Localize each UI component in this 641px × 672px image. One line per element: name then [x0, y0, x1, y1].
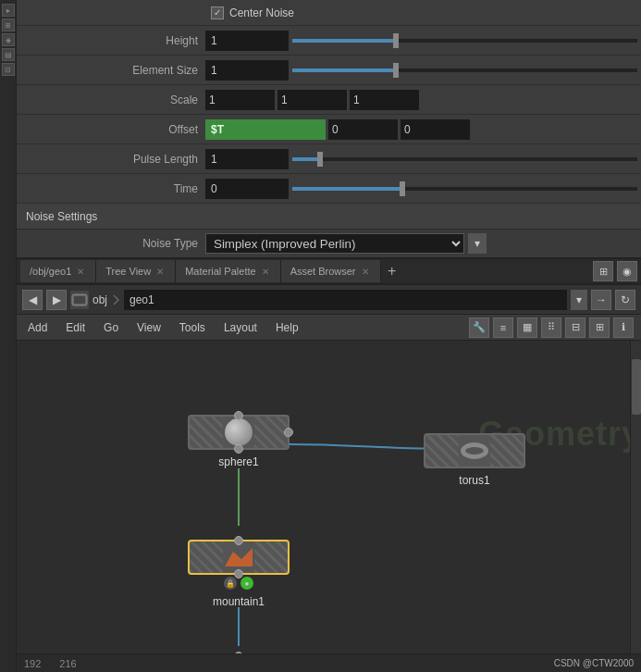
menu-add[interactable]: Add — [24, 319, 51, 336]
element-size-input[interactable] — [205, 60, 289, 81]
sphere-icon — [225, 418, 253, 446]
node-torus1[interactable]: torus1 — [424, 433, 525, 487]
tab-material-palette-close[interactable]: ✕ — [260, 266, 271, 277]
scale-label: Scale — [20, 93, 205, 106]
offset-y-input[interactable] — [328, 119, 398, 140]
status-coord1: 192 — [24, 658, 41, 669]
tab-add-button[interactable]: + — [381, 260, 403, 282]
tab-tree-view-close[interactable]: ✕ — [154, 266, 166, 277]
center-noise-checkbox[interactable]: ✓ — [211, 6, 224, 19]
network-wires — [17, 341, 641, 672]
menu-icon-layout[interactable]: ⊞ — [589, 317, 610, 338]
offset-t-input[interactable] — [205, 119, 326, 140]
height-input[interactable] — [205, 31, 289, 51]
left-sidebar: ▸ ⊞ ◈ ▤ ⊡ — [0, 0, 17, 672]
node-stripe-sphere1 — [190, 417, 288, 448]
network-canvas[interactable]: Geometry — [17, 341, 641, 672]
sidebar-btn-1[interactable]: ▸ — [2, 4, 15, 17]
path-dropdown-btn[interactable]: ▾ — [571, 290, 587, 310]
flag-lock: 🔒 — [224, 577, 237, 590]
node-label-torus1: torus1 — [459, 474, 489, 487]
sidebar-btn-2[interactable]: ⊞ — [2, 19, 15, 31]
menu-help[interactable]: Help — [272, 319, 302, 336]
tab-obj-geo1-close[interactable]: ✕ — [75, 266, 86, 277]
node-label-sphere1: sphere1 — [218, 455, 258, 468]
mountain-icon — [225, 548, 253, 566]
element-size-slider[interactable] — [292, 68, 637, 72]
noise-dropdown-arrow[interactable]: ▾ — [468, 233, 487, 254]
node-body-torus1[interactable] — [424, 433, 525, 468]
node-dot-sphere1-right[interactable] — [284, 428, 293, 437]
svg-rect-1 — [74, 296, 85, 304]
offset-z-input[interactable] — [401, 119, 470, 140]
time-slider[interactable] — [292, 187, 637, 191]
element-size-row: Element Size — [17, 56, 641, 85]
noise-type-select[interactable]: Simplex (Improved Perlin) Perlin Sparse … — [205, 233, 464, 254]
tab-icon-grid[interactable]: ⊞ — [593, 261, 613, 281]
scale-z-input[interactable] — [350, 90, 419, 110]
node-dot-sphere1-top[interactable] — [234, 411, 243, 420]
menu-tools[interactable]: Tools — [176, 319, 209, 336]
obj-label: obj — [92, 293, 107, 306]
menu-icon-rows[interactable]: ≡ — [493, 317, 513, 338]
flag-active: ● — [240, 577, 253, 590]
tab-asset-browser-close[interactable]: ✕ — [360, 266, 371, 277]
pulse-length-row: Pulse Length — [17, 144, 641, 174]
scrollbar-thumb[interactable] — [632, 359, 641, 415]
node-dot-mountain1-top[interactable] — [234, 536, 243, 545]
height-slider[interactable] — [292, 39, 637, 43]
sidebar-btn-4[interactable]: ▤ — [2, 48, 15, 61]
node-body-sphere1[interactable] — [188, 415, 290, 450]
tab-asset-browser[interactable]: Asset Browser ✕ — [281, 260, 381, 282]
sidebar-btn-5[interactable]: ⊡ — [2, 63, 15, 76]
menu-view[interactable]: View — [133, 319, 165, 336]
noise-type-row: Noise Type Simplex (Improved Perlin) Per… — [17, 230, 641, 257]
forward-button[interactable]: ▶ — [46, 290, 67, 310]
tab-icon-circle[interactable]: ◉ — [617, 261, 637, 281]
pulse-length-input[interactable] — [205, 149, 289, 169]
menu-edit[interactable]: Edit — [62, 319, 89, 336]
csdn-label: CSDN @CTW2000 — [554, 658, 634, 668]
menu-go[interactable]: Go — [100, 319, 122, 336]
path-nav-btn[interactable]: → — [591, 290, 611, 310]
element-size-label: Element Size — [20, 64, 205, 77]
menu-bar: Add Edit Go View Tools Layout Help 🔧 ≡ ▦… — [17, 315, 641, 341]
back-button[interactable]: ◀ — [22, 290, 43, 310]
node-body-mountain1[interactable] — [188, 540, 290, 575]
right-scrollbar[interactable] — [630, 341, 641, 672]
node-dot-sphere1-bottom[interactable] — [234, 444, 243, 454]
node-sphere1[interactable]: sphere1 — [188, 415, 290, 468]
menu-icon-wrench[interactable]: 🔧 — [469, 317, 489, 338]
path-input[interactable] — [124, 290, 567, 310]
tab-icons: ⊞ ◉ — [593, 261, 637, 281]
height-row: Height — [17, 26, 641, 56]
scale-x-input[interactable] — [205, 90, 275, 110]
node-dot-mountain1-bottom[interactable] — [234, 569, 243, 579]
path-separator — [111, 294, 120, 305]
node-mountain1[interactable]: 🔒 ● mountain1 — [188, 540, 290, 608]
scale-row: Scale — [17, 85, 641, 115]
scale-y-input[interactable] — [277, 90, 347, 110]
menu-icon-grid2[interactable]: ▦ — [517, 317, 537, 338]
offset-label: Offset — [20, 123, 205, 136]
tab-tree-view[interactable]: Tree View ✕ — [96, 260, 176, 282]
tab-material-palette[interactable]: Material Palette ✕ — [176, 260, 280, 282]
time-row: Time — [17, 174, 641, 204]
menu-icon-table[interactable]: ⊟ — [565, 317, 586, 338]
node-stripe-torus1 — [425, 435, 524, 467]
pulse-length-slider[interactable] — [292, 157, 637, 161]
path-reload-btn[interactable]: ↻ — [615, 290, 635, 310]
tab-obj-geo1[interactable]: /obj/geo1 ✕ — [20, 260, 96, 282]
tabs-bar: /obj/geo1 ✕ Tree View ✕ Material Palette… — [17, 259, 641, 285]
offset-row: Offset — [17, 115, 641, 144]
time-input[interactable] — [205, 179, 289, 199]
path-bar: ◀ ▶ obj ▾ → ↻ — [17, 285, 641, 315]
obj-icon — [70, 291, 89, 309]
node-label-mountain1: mountain1 — [213, 595, 265, 608]
menu-icon-dots[interactable]: ⠿ — [541, 317, 561, 338]
menu-layout[interactable]: Layout — [220, 319, 261, 336]
tab-obj-geo1-label: /obj/geo1 — [30, 266, 71, 277]
sidebar-btn-3[interactable]: ◈ — [2, 33, 15, 46]
noise-type-label: Noise Type — [20, 237, 205, 250]
menu-icon-info[interactable]: ℹ — [613, 317, 634, 338]
